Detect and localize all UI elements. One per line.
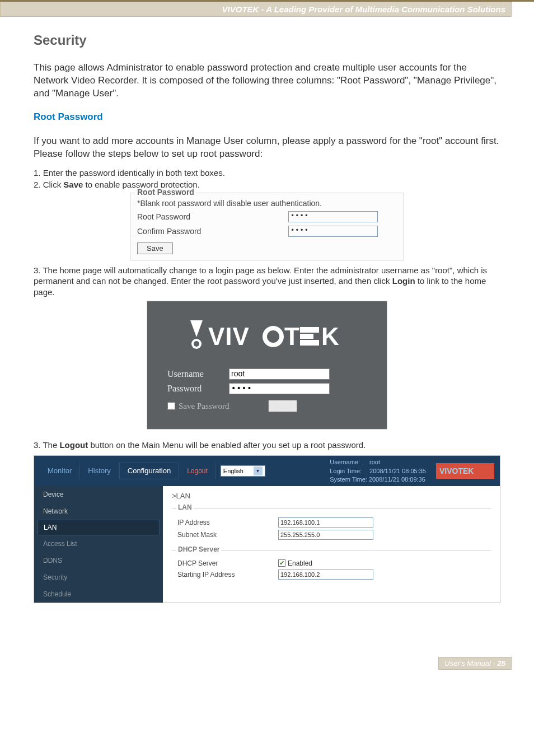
password-label: Password xyxy=(167,384,229,394)
page-title: Security xyxy=(34,32,500,48)
main-menu: Monitor History Configuration Logout Eng… xyxy=(34,456,500,486)
footer-label: User's Manual - 25 xyxy=(438,657,512,670)
language-dropdown[interactable]: English ▾ xyxy=(221,465,265,477)
ip-address-input[interactable]: 192.168.100.1 xyxy=(278,517,373,528)
svg-rect-9 xyxy=(300,340,319,346)
tab-history[interactable]: History xyxy=(80,463,119,479)
root-password-legend: Root Password xyxy=(135,188,196,197)
root-password-note: *Blank root password will disable user a… xyxy=(137,199,397,208)
config-panel: Monitor History Configuration Logout Eng… xyxy=(34,455,500,603)
step-3: 3. The home page will automatically chan… xyxy=(34,265,500,298)
chevron-down-icon: ▾ xyxy=(254,466,263,475)
svg-text:VIV: VIV xyxy=(208,323,250,350)
tab-monitor[interactable]: Monitor xyxy=(40,463,80,479)
starting-ip-input[interactable]: 192.168.100.2 xyxy=(278,570,373,580)
step-4: 3. The Logout button on the Main Menu wi… xyxy=(34,440,500,451)
svg-rect-7 xyxy=(300,327,319,333)
fieldset-lan-legend: LAN xyxy=(176,503,194,511)
page-header: VIVOTEK - A Leading Provider of Multimed… xyxy=(0,2,512,17)
svg-rect-8 xyxy=(300,334,313,339)
language-value: English xyxy=(223,468,243,474)
status-block: Username:root Login Time:2008/11/21 08:0… xyxy=(330,458,426,483)
tab-configuration[interactable]: Configuration xyxy=(119,463,179,479)
breadcrumb: >LAN xyxy=(172,492,491,500)
password-input[interactable]: •••• xyxy=(229,383,330,394)
login-button[interactable]: Login xyxy=(268,400,297,412)
root-password-panel: Root Password *Blank root password will … xyxy=(130,193,404,260)
ip-address-label: IP Address xyxy=(177,519,278,526)
svg-text:T: T xyxy=(284,323,299,350)
save-button[interactable]: Save xyxy=(137,242,173,254)
dhcp-server-label: DHCP Server xyxy=(177,559,278,567)
vivotek-badge: VIVOTEK xyxy=(436,463,494,479)
login-panel: VIV T K Username root xyxy=(147,301,387,430)
confirm-password-input[interactable]: •••• xyxy=(288,226,378,237)
sidebar-item-access-list[interactable]: Access List xyxy=(34,535,163,552)
sidebar-item-schedule[interactable]: Schedule xyxy=(34,586,163,603)
sidebar: Device Network LAN Access List DDNS Secu… xyxy=(34,486,163,603)
intro-paragraph: This page allows Administrator to enable… xyxy=(34,62,500,100)
sidebar-item-lan[interactable]: LAN xyxy=(38,520,160,535)
root-password-input[interactable]: •••• xyxy=(288,211,378,222)
svg-text:VIVOTEK: VIVOTEK xyxy=(439,466,474,475)
username-input[interactable]: root xyxy=(229,368,330,380)
fieldset-dhcp-legend: DHCP Server xyxy=(176,545,221,553)
sidebar-item-ddns[interactable]: DDNS xyxy=(34,552,163,569)
sidebar-item-network[interactable]: Network xyxy=(34,503,163,520)
svg-text:K: K xyxy=(321,323,339,350)
save-password-label: Save Password xyxy=(179,402,229,411)
section-root-password: Root Password xyxy=(34,111,500,123)
dhcp-enabled-label: Enabled xyxy=(288,559,312,567)
root-password-desc: If you want to add more accounts in Mana… xyxy=(34,135,500,161)
check-icon: ✔ xyxy=(278,559,285,567)
username-label: Username xyxy=(167,369,229,379)
logout-button[interactable]: Logout xyxy=(179,463,216,479)
sidebar-item-device[interactable]: Device xyxy=(34,486,163,503)
subnet-mask-input[interactable]: 255.255.255.0 xyxy=(278,530,373,540)
root-password-label: Root Password xyxy=(137,212,288,221)
svg-point-2 xyxy=(194,341,199,347)
vivotek-logo: VIV T K xyxy=(167,317,367,353)
save-password-checkbox[interactable]: Save Password xyxy=(167,402,229,411)
svg-marker-0 xyxy=(190,320,203,337)
fieldset-dhcp: DHCP Server DHCP Server ✔ Enabled Starti… xyxy=(172,550,491,584)
step-2: 2. Click Save to enable password protect… xyxy=(34,179,500,190)
starting-ip-label: Starting IP Address xyxy=(177,571,278,578)
sidebar-item-security[interactable]: Security xyxy=(34,569,163,586)
confirm-password-label: Confirm Password xyxy=(137,227,288,236)
fieldset-lan: LAN IP Address 192.168.100.1 Subnet Mask… xyxy=(172,508,491,544)
step-1: 1. Enter the password identically in bot… xyxy=(34,167,500,179)
dhcp-enabled-checkbox[interactable]: ✔ Enabled xyxy=(278,559,312,567)
subnet-mask-label: Subnet Mask xyxy=(177,531,278,539)
svg-point-5 xyxy=(267,330,279,343)
save-password-cb[interactable] xyxy=(167,402,175,410)
